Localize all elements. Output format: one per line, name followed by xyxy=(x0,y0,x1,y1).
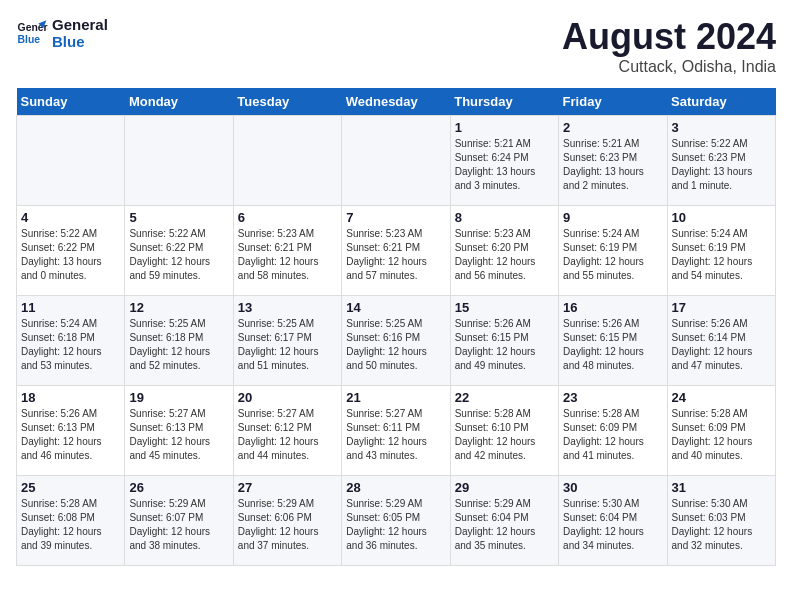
weekday-header-monday: Monday xyxy=(125,88,233,116)
calendar-table: SundayMondayTuesdayWednesdayThursdayFrid… xyxy=(16,88,776,566)
day-number: 25 xyxy=(21,480,120,495)
calendar-cell: 25Sunrise: 5:28 AM Sunset: 6:08 PM Dayli… xyxy=(17,476,125,566)
calendar-cell: 30Sunrise: 5:30 AM Sunset: 6:04 PM Dayli… xyxy=(559,476,667,566)
day-info: Sunrise: 5:23 AM Sunset: 6:21 PM Dayligh… xyxy=(238,227,337,283)
day-info: Sunrise: 5:22 AM Sunset: 6:22 PM Dayligh… xyxy=(21,227,120,283)
day-number: 28 xyxy=(346,480,445,495)
day-info: Sunrise: 5:23 AM Sunset: 6:20 PM Dayligh… xyxy=(455,227,554,283)
day-info: Sunrise: 5:24 AM Sunset: 6:18 PM Dayligh… xyxy=(21,317,120,373)
calendar-cell xyxy=(17,116,125,206)
calendar-cell: 15Sunrise: 5:26 AM Sunset: 6:15 PM Dayli… xyxy=(450,296,558,386)
calendar-cell: 10Sunrise: 5:24 AM Sunset: 6:19 PM Dayli… xyxy=(667,206,775,296)
day-info: Sunrise: 5:25 AM Sunset: 6:18 PM Dayligh… xyxy=(129,317,228,373)
day-info: Sunrise: 5:25 AM Sunset: 6:17 PM Dayligh… xyxy=(238,317,337,373)
day-info: Sunrise: 5:29 AM Sunset: 6:04 PM Dayligh… xyxy=(455,497,554,553)
day-info: Sunrise: 5:29 AM Sunset: 6:07 PM Dayligh… xyxy=(129,497,228,553)
day-info: Sunrise: 5:28 AM Sunset: 6:09 PM Dayligh… xyxy=(563,407,662,463)
day-number: 31 xyxy=(672,480,771,495)
day-info: Sunrise: 5:28 AM Sunset: 6:10 PM Dayligh… xyxy=(455,407,554,463)
calendar-cell xyxy=(233,116,341,206)
day-info: Sunrise: 5:21 AM Sunset: 6:23 PM Dayligh… xyxy=(563,137,662,193)
logo: General Blue General Blue xyxy=(16,16,108,50)
day-info: Sunrise: 5:28 AM Sunset: 6:09 PM Dayligh… xyxy=(672,407,771,463)
day-info: Sunrise: 5:26 AM Sunset: 6:14 PM Dayligh… xyxy=(672,317,771,373)
svg-text:Blue: Blue xyxy=(18,34,41,45)
day-info: Sunrise: 5:29 AM Sunset: 6:06 PM Dayligh… xyxy=(238,497,337,553)
day-info: Sunrise: 5:29 AM Sunset: 6:05 PM Dayligh… xyxy=(346,497,445,553)
calendar-cell: 21Sunrise: 5:27 AM Sunset: 6:11 PM Dayli… xyxy=(342,386,450,476)
day-info: Sunrise: 5:25 AM Sunset: 6:16 PM Dayligh… xyxy=(346,317,445,373)
week-row-4: 18Sunrise: 5:26 AM Sunset: 6:13 PM Dayli… xyxy=(17,386,776,476)
week-row-2: 4Sunrise: 5:22 AM Sunset: 6:22 PM Daylig… xyxy=(17,206,776,296)
weekday-header-wednesday: Wednesday xyxy=(342,88,450,116)
day-number: 19 xyxy=(129,390,228,405)
weekday-header-saturday: Saturday xyxy=(667,88,775,116)
calendar-cell: 22Sunrise: 5:28 AM Sunset: 6:10 PM Dayli… xyxy=(450,386,558,476)
title-area: August 2024 Cuttack, Odisha, India xyxy=(562,16,776,76)
day-number: 8 xyxy=(455,210,554,225)
calendar-cell: 12Sunrise: 5:25 AM Sunset: 6:18 PM Dayli… xyxy=(125,296,233,386)
week-row-5: 25Sunrise: 5:28 AM Sunset: 6:08 PM Dayli… xyxy=(17,476,776,566)
calendar-cell: 9Sunrise: 5:24 AM Sunset: 6:19 PM Daylig… xyxy=(559,206,667,296)
day-number: 16 xyxy=(563,300,662,315)
calendar-cell: 19Sunrise: 5:27 AM Sunset: 6:13 PM Dayli… xyxy=(125,386,233,476)
day-number: 29 xyxy=(455,480,554,495)
weekday-header-thursday: Thursday xyxy=(450,88,558,116)
calendar-cell: 13Sunrise: 5:25 AM Sunset: 6:17 PM Dayli… xyxy=(233,296,341,386)
calendar-cell: 14Sunrise: 5:25 AM Sunset: 6:16 PM Dayli… xyxy=(342,296,450,386)
calendar-cell xyxy=(342,116,450,206)
day-info: Sunrise: 5:27 AM Sunset: 6:13 PM Dayligh… xyxy=(129,407,228,463)
calendar-cell: 27Sunrise: 5:29 AM Sunset: 6:06 PM Dayli… xyxy=(233,476,341,566)
week-row-3: 11Sunrise: 5:24 AM Sunset: 6:18 PM Dayli… xyxy=(17,296,776,386)
weekday-header-row: SundayMondayTuesdayWednesdayThursdayFrid… xyxy=(17,88,776,116)
day-number: 12 xyxy=(129,300,228,315)
week-row-1: 1Sunrise: 5:21 AM Sunset: 6:24 PM Daylig… xyxy=(17,116,776,206)
calendar-cell: 20Sunrise: 5:27 AM Sunset: 6:12 PM Dayli… xyxy=(233,386,341,476)
day-number: 30 xyxy=(563,480,662,495)
day-info: Sunrise: 5:26 AM Sunset: 6:15 PM Dayligh… xyxy=(455,317,554,373)
day-info: Sunrise: 5:24 AM Sunset: 6:19 PM Dayligh… xyxy=(672,227,771,283)
day-info: Sunrise: 5:27 AM Sunset: 6:12 PM Dayligh… xyxy=(238,407,337,463)
calendar-cell: 11Sunrise: 5:24 AM Sunset: 6:18 PM Dayli… xyxy=(17,296,125,386)
day-number: 13 xyxy=(238,300,337,315)
day-number: 7 xyxy=(346,210,445,225)
day-number: 10 xyxy=(672,210,771,225)
calendar-cell: 16Sunrise: 5:26 AM Sunset: 6:15 PM Dayli… xyxy=(559,296,667,386)
header: General Blue General Blue August 2024 Cu… xyxy=(16,16,776,76)
day-number: 26 xyxy=(129,480,228,495)
day-number: 17 xyxy=(672,300,771,315)
logo-text-blue: Blue xyxy=(52,33,108,50)
day-number: 21 xyxy=(346,390,445,405)
day-number: 1 xyxy=(455,120,554,135)
weekday-header-tuesday: Tuesday xyxy=(233,88,341,116)
day-number: 9 xyxy=(563,210,662,225)
calendar-cell: 8Sunrise: 5:23 AM Sunset: 6:20 PM Daylig… xyxy=(450,206,558,296)
calendar-cell: 28Sunrise: 5:29 AM Sunset: 6:05 PM Dayli… xyxy=(342,476,450,566)
day-number: 20 xyxy=(238,390,337,405)
day-number: 11 xyxy=(21,300,120,315)
day-number: 23 xyxy=(563,390,662,405)
day-number: 4 xyxy=(21,210,120,225)
day-info: Sunrise: 5:27 AM Sunset: 6:11 PM Dayligh… xyxy=(346,407,445,463)
day-number: 24 xyxy=(672,390,771,405)
day-info: Sunrise: 5:24 AM Sunset: 6:19 PM Dayligh… xyxy=(563,227,662,283)
day-info: Sunrise: 5:22 AM Sunset: 6:22 PM Dayligh… xyxy=(129,227,228,283)
day-number: 27 xyxy=(238,480,337,495)
calendar-cell xyxy=(125,116,233,206)
logo-icon: General Blue xyxy=(16,17,48,49)
day-number: 15 xyxy=(455,300,554,315)
day-number: 18 xyxy=(21,390,120,405)
calendar-cell: 6Sunrise: 5:23 AM Sunset: 6:21 PM Daylig… xyxy=(233,206,341,296)
weekday-header-sunday: Sunday xyxy=(17,88,125,116)
weekday-header-friday: Friday xyxy=(559,88,667,116)
calendar-cell: 18Sunrise: 5:26 AM Sunset: 6:13 PM Dayli… xyxy=(17,386,125,476)
calendar-cell: 24Sunrise: 5:28 AM Sunset: 6:09 PM Dayli… xyxy=(667,386,775,476)
calendar-cell: 2Sunrise: 5:21 AM Sunset: 6:23 PM Daylig… xyxy=(559,116,667,206)
logo-text-general: General xyxy=(52,16,108,33)
calendar-cell: 26Sunrise: 5:29 AM Sunset: 6:07 PM Dayli… xyxy=(125,476,233,566)
day-info: Sunrise: 5:21 AM Sunset: 6:24 PM Dayligh… xyxy=(455,137,554,193)
day-number: 3 xyxy=(672,120,771,135)
subtitle: Cuttack, Odisha, India xyxy=(562,58,776,76)
calendar-cell: 1Sunrise: 5:21 AM Sunset: 6:24 PM Daylig… xyxy=(450,116,558,206)
day-info: Sunrise: 5:30 AM Sunset: 6:03 PM Dayligh… xyxy=(672,497,771,553)
